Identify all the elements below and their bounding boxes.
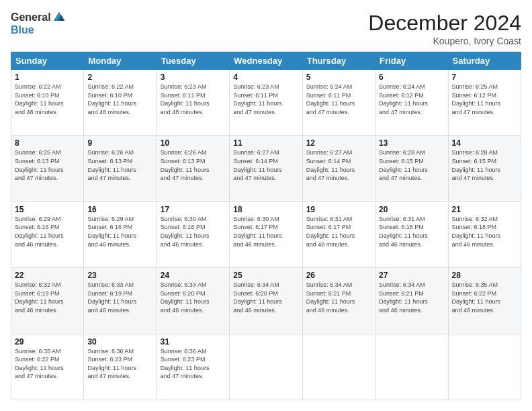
calendar-cell: 16Sunrise: 6:29 AM Sunset: 6:16 PM Dayli… (84, 201, 157, 267)
calendar-cell: 26Sunrise: 6:34 AM Sunset: 6:21 PM Dayli… (302, 268, 375, 334)
day-number: 26 (306, 271, 371, 280)
logo-icon (52, 11, 66, 24)
calendar-cell: 28Sunrise: 6:35 AM Sunset: 6:22 PM Dayli… (448, 268, 521, 334)
calendar-table: SundayMondayTuesdayWednesdayThursdayFrid… (11, 52, 521, 400)
calendar-cell: 13Sunrise: 6:28 AM Sunset: 6:15 PM Dayli… (375, 136, 448, 201)
calendar-cell (375, 334, 448, 400)
day-number: 12 (306, 138, 371, 148)
calendar-cell: 22Sunrise: 6:32 AM Sunset: 6:19 PM Dayli… (11, 268, 84, 334)
calendar-cell: 21Sunrise: 6:32 AM Sunset: 6:18 PM Dayli… (448, 201, 521, 267)
day-info: Sunrise: 6:24 AM Sunset: 6:12 PM Dayligh… (379, 83, 444, 116)
day-info: Sunrise: 6:36 AM Sunset: 6:23 PM Dayligh… (161, 347, 226, 381)
day-info: Sunrise: 6:35 AM Sunset: 6:22 PM Dayligh… (15, 347, 80, 381)
day-number: 16 (87, 205, 152, 214)
day-info: Sunrise: 6:33 AM Sunset: 6:19 PM Dayligh… (87, 281, 152, 314)
logo: General Blue (11, 11, 66, 36)
day-info: Sunrise: 6:36 AM Sunset: 6:23 PM Dayligh… (87, 347, 152, 381)
day-number: 4 (233, 73, 298, 82)
day-info: Sunrise: 6:34 AM Sunset: 6:21 PM Dayligh… (306, 281, 371, 314)
weekday-header-wednesday: Wednesday (230, 52, 302, 70)
weekday-header-monday: Monday (84, 52, 157, 70)
calendar-cell (302, 334, 375, 400)
calendar-cell: 8Sunrise: 6:25 AM Sunset: 6:13 PM Daylig… (11, 136, 84, 201)
day-number: 23 (87, 271, 152, 280)
calendar-cell (230, 334, 302, 400)
day-number: 6 (379, 73, 444, 82)
calendar-cell: 25Sunrise: 6:34 AM Sunset: 6:20 PM Dayli… (230, 268, 302, 334)
day-info: Sunrise: 6:34 AM Sunset: 6:20 PM Dayligh… (233, 281, 298, 314)
calendar-cell: 2Sunrise: 6:22 AM Sunset: 6:10 PM Daylig… (84, 70, 157, 136)
day-info: Sunrise: 6:22 AM Sunset: 6:10 PM Dayligh… (15, 83, 80, 116)
calendar-cell: 24Sunrise: 6:33 AM Sunset: 6:20 PM Dayli… (157, 268, 229, 334)
calendar-cell: 5Sunrise: 6:24 AM Sunset: 6:11 PM Daylig… (302, 70, 375, 136)
day-info: Sunrise: 6:27 AM Sunset: 6:14 PM Dayligh… (233, 148, 298, 182)
calendar-cell: 12Sunrise: 6:27 AM Sunset: 6:14 PM Dayli… (302, 136, 375, 201)
calendar-cell: 14Sunrise: 6:28 AM Sunset: 6:15 PM Dayli… (448, 136, 521, 201)
day-info: Sunrise: 6:29 AM Sunset: 6:16 PM Dayligh… (15, 215, 80, 248)
day-info: Sunrise: 6:30 AM Sunset: 6:16 PM Dayligh… (161, 215, 226, 248)
day-info: Sunrise: 6:33 AM Sunset: 6:20 PM Dayligh… (161, 281, 226, 314)
day-info: Sunrise: 6:28 AM Sunset: 6:15 PM Dayligh… (452, 148, 517, 182)
calendar-cell: 23Sunrise: 6:33 AM Sunset: 6:19 PM Dayli… (84, 268, 157, 334)
day-info: Sunrise: 6:25 AM Sunset: 6:12 PM Dayligh… (452, 83, 517, 116)
week-row-1: 1Sunrise: 6:22 AM Sunset: 6:10 PM Daylig… (11, 70, 521, 136)
day-number: 10 (161, 138, 226, 148)
day-number: 13 (379, 138, 444, 148)
day-info: Sunrise: 6:25 AM Sunset: 6:13 PM Dayligh… (15, 148, 80, 182)
day-info: Sunrise: 6:28 AM Sunset: 6:15 PM Dayligh… (379, 148, 444, 182)
day-number: 9 (87, 138, 152, 148)
day-info: Sunrise: 6:32 AM Sunset: 6:18 PM Dayligh… (452, 215, 517, 248)
logo-blue-text: Blue (11, 24, 66, 36)
day-number: 1 (15, 73, 80, 82)
calendar-cell: 1Sunrise: 6:22 AM Sunset: 6:10 PM Daylig… (11, 70, 84, 136)
day-info: Sunrise: 6:23 AM Sunset: 6:11 PM Dayligh… (233, 83, 298, 116)
calendar-cell: 7Sunrise: 6:25 AM Sunset: 6:12 PM Daylig… (448, 70, 521, 136)
week-row-3: 15Sunrise: 6:29 AM Sunset: 6:16 PM Dayli… (11, 201, 521, 267)
day-info: Sunrise: 6:27 AM Sunset: 6:14 PM Dayligh… (306, 148, 371, 182)
weekday-header-thursday: Thursday (302, 52, 375, 70)
day-number: 22 (15, 271, 80, 280)
calendar-cell: 4Sunrise: 6:23 AM Sunset: 6:11 PM Daylig… (230, 70, 302, 136)
day-info: Sunrise: 6:22 AM Sunset: 6:10 PM Dayligh… (87, 83, 152, 116)
day-info: Sunrise: 6:24 AM Sunset: 6:11 PM Dayligh… (306, 83, 371, 116)
day-number: 15 (15, 205, 80, 214)
day-info: Sunrise: 6:23 AM Sunset: 6:11 PM Dayligh… (161, 83, 226, 116)
day-info: Sunrise: 6:32 AM Sunset: 6:19 PM Dayligh… (15, 281, 80, 314)
week-row-5: 29Sunrise: 6:35 AM Sunset: 6:22 PM Dayli… (11, 334, 521, 400)
weekday-header-sunday: Sunday (11, 52, 84, 70)
weekday-header-row: SundayMondayTuesdayWednesdayThursdayFrid… (11, 52, 521, 70)
weekday-header-friday: Friday (375, 52, 448, 70)
location: Koupero, Ivory Coast (368, 36, 521, 46)
day-number: 20 (379, 205, 444, 214)
calendar-page: General Blue December 2024 Koupero, Ivor… (0, 0, 532, 411)
day-info: Sunrise: 6:26 AM Sunset: 6:13 PM Dayligh… (161, 148, 226, 182)
header: General Blue December 2024 Koupero, Ivor… (11, 11, 521, 46)
day-number: 28 (452, 271, 517, 280)
calendar-cell: 6Sunrise: 6:24 AM Sunset: 6:12 PM Daylig… (375, 70, 448, 136)
day-number: 14 (452, 138, 517, 148)
logo-general-text: General (11, 11, 51, 24)
day-number: 27 (379, 271, 444, 280)
calendar-cell: 17Sunrise: 6:30 AM Sunset: 6:16 PM Dayli… (157, 201, 229, 267)
day-number: 19 (306, 205, 371, 214)
calendar-cell: 30Sunrise: 6:36 AM Sunset: 6:23 PM Dayli… (84, 334, 157, 400)
day-number: 18 (233, 205, 298, 214)
day-number: 25 (233, 271, 298, 280)
day-number: 3 (161, 73, 226, 82)
day-number: 17 (161, 205, 226, 214)
week-row-2: 8Sunrise: 6:25 AM Sunset: 6:13 PM Daylig… (11, 136, 521, 201)
calendar-cell: 15Sunrise: 6:29 AM Sunset: 6:16 PM Dayli… (11, 201, 84, 267)
day-info: Sunrise: 6:35 AM Sunset: 6:22 PM Dayligh… (452, 281, 517, 314)
day-info: Sunrise: 6:34 AM Sunset: 6:21 PM Dayligh… (379, 281, 444, 314)
title-block: December 2024 Koupero, Ivory Coast (368, 11, 521, 46)
month-title: December 2024 (368, 11, 521, 36)
calendar-cell: 10Sunrise: 6:26 AM Sunset: 6:13 PM Dayli… (157, 136, 229, 201)
day-info: Sunrise: 6:29 AM Sunset: 6:16 PM Dayligh… (87, 215, 152, 248)
day-number: 5 (306, 73, 371, 82)
day-info: Sunrise: 6:30 AM Sunset: 6:17 PM Dayligh… (233, 215, 298, 248)
day-number: 7 (452, 73, 517, 82)
day-info: Sunrise: 6:31 AM Sunset: 6:18 PM Dayligh… (379, 215, 444, 248)
day-number: 31 (161, 337, 226, 347)
day-number: 30 (87, 337, 152, 347)
day-info: Sunrise: 6:26 AM Sunset: 6:13 PM Dayligh… (87, 148, 152, 182)
